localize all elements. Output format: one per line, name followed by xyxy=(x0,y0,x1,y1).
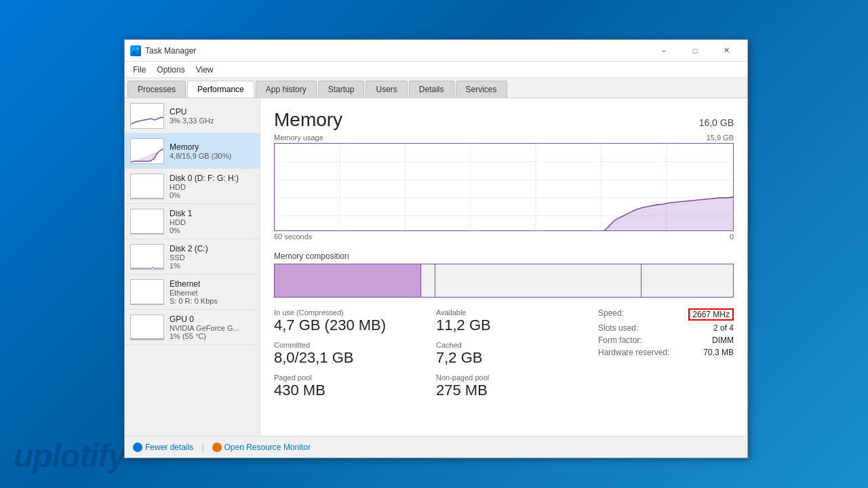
cpu-thumb xyxy=(130,103,164,129)
slots-row: Slots used: 2 of 4 xyxy=(598,323,734,333)
task-manager-window: Task Manager − □ ✕ File Options View Pro… xyxy=(124,39,748,458)
tab-app-history[interactable]: App history xyxy=(256,81,317,98)
composition-label: Memory composition xyxy=(274,251,734,261)
ethernet-info: Ethernet Ethernet S: 0 R: 0 Kbps xyxy=(170,279,254,305)
svg-marker-21 xyxy=(601,197,733,231)
footer-separator: | xyxy=(201,443,203,452)
comp-modified xyxy=(421,264,435,297)
disk0-thumb xyxy=(130,174,164,199)
chart-time-row: 60 seconds 0 xyxy=(274,232,734,241)
stats-right: Speed: 2667 MHz Slots used: 2 of 4 Form … xyxy=(598,308,734,399)
composition-bar xyxy=(274,264,734,298)
cpu-detail: 3% 3,33 GHz xyxy=(170,117,254,125)
sidebar-item-gpu0[interactable]: GPU 0 NVIDIA GeForce G... 1% (55 °C) xyxy=(125,310,260,345)
fewer-details-button[interactable]: Fewer details xyxy=(133,443,193,452)
comp-standby xyxy=(435,264,642,297)
paged-pool-value: 430 MB xyxy=(274,382,422,399)
titlebar: Task Manager − □ ✕ xyxy=(125,40,747,62)
tabbar: Processes Performance App history Startu… xyxy=(125,78,747,98)
panel-header: Memory 16,0 GB xyxy=(274,109,734,131)
tab-users[interactable]: Users xyxy=(366,81,407,98)
sidebar-item-disk0[interactable]: Disk 0 (D: F: G: H:) HDD 0% xyxy=(125,169,260,204)
stats-section: In use (Compressed) 4,7 GB (230 MB) Avai… xyxy=(274,308,734,399)
disk0-name: Disk 0 (D: F: G: H:) xyxy=(170,174,254,183)
ethernet-detail1: Ethernet xyxy=(170,289,254,297)
sidebar-item-ethernet[interactable]: Ethernet Ethernet S: 0 R: 0 Kbps xyxy=(125,274,260,310)
menu-view[interactable]: View xyxy=(191,62,219,77)
available-value: 11,2 GB xyxy=(436,317,585,334)
memory-thumb xyxy=(130,138,164,164)
sidebar-item-disk1[interactable]: Disk 1 HDD 0% xyxy=(125,204,260,239)
cpu-info: CPU 3% 3,33 GHz xyxy=(170,107,254,125)
tab-processes[interactable]: Processes xyxy=(127,81,186,98)
sidebar-item-cpu[interactable]: CPU 3% 3,33 GHz xyxy=(125,98,260,134)
slots-value: 2 of 4 xyxy=(713,323,734,333)
ethernet-name: Ethernet xyxy=(170,279,254,289)
svg-rect-4 xyxy=(131,104,164,129)
tab-startup[interactable]: Startup xyxy=(318,81,365,98)
svg-rect-1 xyxy=(136,47,139,50)
open-resource-monitor-button[interactable]: Open Resource Monitor xyxy=(212,443,311,452)
sidebar: CPU 3% 3,33 GHz Memory 4,8/15,9 GB (30%) xyxy=(125,98,260,436)
hw-reserved-value: 70,3 MB xyxy=(703,348,734,357)
panel-total: 16,0 GB xyxy=(699,117,734,128)
cpu-name: CPU xyxy=(170,107,254,117)
disk0-detail1: HDD xyxy=(170,183,254,191)
committed-label: Committed xyxy=(274,341,422,349)
svg-rect-2 xyxy=(132,52,135,54)
ethernet-thumb xyxy=(130,279,164,305)
menu-file[interactable]: File xyxy=(127,62,151,77)
form-factor-label: Form factor: xyxy=(598,336,642,345)
sidebar-item-memory[interactable]: Memory 4,8/15,9 GB (30%) xyxy=(125,134,260,169)
disk2-info: Disk 2 (C:) SSD 1% xyxy=(170,244,254,270)
form-factor-row: Form factor: DIMM xyxy=(598,336,734,345)
cached-value: 7,2 GB xyxy=(436,349,585,367)
speed-value: 2667 MHz xyxy=(688,308,734,321)
stats-left: In use (Compressed) 4,7 GB (230 MB) Avai… xyxy=(274,308,585,399)
sidebar-item-disk2[interactable]: Disk 2 (C:) SSD 1% xyxy=(125,239,260,274)
stat-cached: Cached 7,2 GB xyxy=(436,341,585,367)
gpu0-name: GPU 0 xyxy=(170,314,254,324)
svg-rect-6 xyxy=(131,174,164,199)
disk1-name: Disk 1 xyxy=(170,209,254,218)
menubar: File Options View xyxy=(125,62,747,78)
close-button[interactable]: ✕ xyxy=(711,40,742,62)
fewer-details-icon xyxy=(133,443,142,452)
disk1-detail2: 0% xyxy=(170,226,254,235)
svg-rect-8 xyxy=(131,245,164,270)
chart-label-row: Memory usage 15,9 GB xyxy=(274,134,734,142)
non-paged-pool-value: 275 MB xyxy=(436,382,585,399)
non-paged-pool-label: Non-paged pool xyxy=(436,373,585,382)
resource-monitor-icon xyxy=(212,443,222,452)
stat-inuse: In use (Compressed) 4,7 GB (230 MB) xyxy=(274,308,422,334)
minimize-button[interactable]: − xyxy=(648,40,679,62)
gpu0-detail1: NVIDIA GeForce G... xyxy=(170,324,254,332)
stat-non-paged-pool: Non-paged pool 275 MB xyxy=(436,373,585,399)
disk1-info: Disk 1 HDD 0% xyxy=(170,209,254,235)
disk1-detail1: HDD xyxy=(170,218,254,226)
stat-available: Available 11,2 GB xyxy=(436,308,585,334)
composition-section: Memory composition xyxy=(274,251,734,298)
svg-rect-10 xyxy=(131,315,164,340)
speed-row: Speed: 2667 MHz xyxy=(598,308,734,321)
maximize-button[interactable]: □ xyxy=(679,40,711,62)
tab-services[interactable]: Services xyxy=(456,81,507,98)
hw-reserved-row: Hardware reserved: 70,3 MB xyxy=(598,348,734,357)
footer: Fewer details | Open Resource Monitor xyxy=(125,436,747,458)
memory-detail: 4,8/15,9 GB (30%) xyxy=(170,152,254,160)
menu-options[interactable]: Options xyxy=(151,62,190,77)
svg-rect-7 xyxy=(131,209,164,235)
svg-rect-3 xyxy=(136,52,139,54)
form-factor-value: DIMM xyxy=(712,336,734,345)
disk1-thumb xyxy=(130,209,164,235)
ethernet-detail2: S: 0 R: 0 Kbps xyxy=(170,297,254,305)
open-resource-monitor-label: Open Resource Monitor xyxy=(224,443,311,452)
tab-performance[interactable]: Performance xyxy=(187,81,254,98)
svg-rect-0 xyxy=(132,47,135,50)
inuse-label: In use (Compressed) xyxy=(274,308,422,317)
chart-time-end: 0 xyxy=(730,232,734,241)
tab-details[interactable]: Details xyxy=(409,81,454,98)
watermark-text: uplotify xyxy=(14,437,125,474)
gpu0-thumb xyxy=(130,314,164,340)
memory-panel: Memory 16,0 GB Memory usage 15,9 GB xyxy=(260,98,747,436)
